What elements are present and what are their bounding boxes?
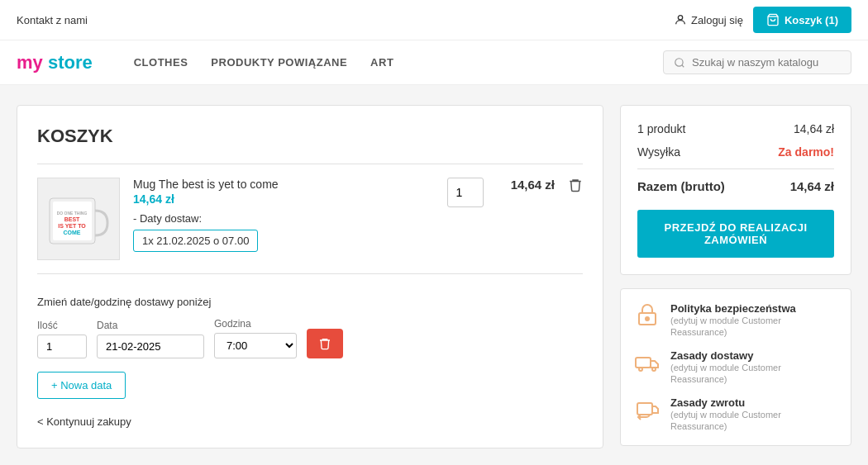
total-label: Razem (brutto) (637, 179, 725, 193)
contact-link[interactable]: Kontakt z nami (17, 14, 88, 26)
logo-store: store (43, 52, 93, 73)
change-date-section: Zmień date/godzinę dostawy poniżej Ilość… (37, 287, 583, 399)
summary-section: 1 produkt 14,64 zł Wysyłka Za darmo! Raz… (620, 105, 851, 448)
item-quantity-group (447, 178, 484, 207)
mug-svg: DO ONE THING BEST IS YET TO COME (41, 182, 116, 256)
nav-links: CLOTHES PRODUKTY POWIĄZANE ART (134, 56, 638, 69)
person-icon (674, 13, 687, 26)
svg-text:BEST: BEST (64, 216, 80, 222)
svg-rect-12 (636, 358, 651, 368)
main-content: KOSZYK DO ONE THING BEST IS YET TO COME … (0, 85, 868, 465)
nav-art[interactable]: ART (370, 56, 393, 69)
return-text: Zasady zwrotu (edytuj w module Customer … (670, 396, 837, 432)
date-form: Ilość Data Godzina 7:00 8:00 9:00 10:00 … (37, 318, 583, 358)
svg-point-13 (639, 368, 642, 371)
item-name: Mug The best is yet to come (133, 178, 434, 191)
svg-point-11 (646, 317, 649, 320)
reassurance-security: Polityka bezpieczeństwa (edytuj w module… (634, 302, 837, 338)
product-count-label: 1 produkt (637, 122, 685, 135)
shipping-value: Za darmo! (778, 145, 834, 159)
svg-rect-15 (637, 403, 652, 415)
delivery-icon (634, 349, 661, 376)
quantity-input[interactable] (447, 178, 484, 207)
logo[interactable]: my store (17, 52, 93, 74)
item-price: 14,64 zł (133, 192, 434, 206)
date-group: Data (97, 320, 204, 358)
product-count-price: 14,64 zł (794, 122, 834, 135)
return-sub: (edytuj w module Customer Reassurance) (670, 410, 781, 431)
security-title: Polityka bezpieczeństwa (670, 302, 796, 315)
security-icon (634, 302, 661, 329)
search-icon (674, 57, 685, 69)
date-label: Data (97, 320, 204, 331)
continue-shopping-link[interactable]: < Kontynuuj zakupy (37, 415, 583, 428)
nav-bar: my store CLOTHES PRODUKTY POWIĄZANE ART (0, 40, 868, 85)
qty-label: Ilość (37, 320, 87, 331)
change-date-title: Zmień date/godzinę dostawy poniżej (37, 296, 583, 308)
date-qty-input[interactable] (37, 335, 87, 358)
logo-my: my (17, 52, 43, 73)
item-total: 14,64 zł (497, 178, 555, 192)
top-bar-right: Zaloguj się Koszyk (1) (674, 7, 851, 33)
delivery-text: Zasady dostawy (edytuj w module Customer… (670, 349, 837, 385)
svg-text:IS YET TO: IS YET TO (58, 223, 86, 229)
shipping-label: Wysyłka (637, 145, 680, 159)
search-bar[interactable] (663, 50, 851, 74)
nav-related[interactable]: PRODUKTY POWIĄZANE (211, 56, 347, 69)
return-icon (634, 396, 661, 423)
delivery-title: Zasady dostawy (670, 349, 753, 362)
svg-line-3 (682, 64, 684, 67)
security-text: Polityka bezpieczeństwa (edytuj w module… (670, 302, 837, 338)
delete-item-button[interactable] (568, 178, 583, 197)
svg-point-0 (678, 16, 682, 20)
reassurance-delivery: Zasady dostawy (edytuj w module Customer… (634, 349, 837, 385)
login-link[interactable]: Zaloguj się (674, 13, 743, 26)
security-sub: (edytuj w module Customer Reassurance) (670, 316, 781, 337)
total-value: 14,64 zł (790, 179, 834, 193)
cart-section: KOSZYK DO ONE THING BEST IS YET TO COME … (17, 105, 603, 448)
login-label: Zaloguj się (691, 14, 743, 26)
delete-date-button[interactable] (307, 329, 343, 358)
time-select[interactable]: 7:00 8:00 9:00 10:00 11:00 12:00 (214, 333, 297, 358)
product-count-row: 1 produkt 14,64 zł (637, 122, 834, 135)
svg-text:COME: COME (64, 230, 81, 235)
time-label: Godzina (214, 318, 297, 330)
search-input[interactable] (692, 56, 841, 69)
cart-divider (37, 164, 583, 164)
nav-clothes[interactable]: CLOTHES (134, 56, 188, 69)
svg-text:DO ONE THING: DO ONE THING (57, 211, 88, 216)
product-image: DO ONE THING BEST IS YET TO COME (37, 178, 120, 260)
reassurance-box: Polityka bezpieczeństwa (edytuj w module… (620, 288, 851, 446)
top-bar: Kontakt z nami Zaloguj się Koszyk (1) (0, 0, 868, 40)
add-date-button[interactable]: + Nowa data (37, 372, 126, 399)
cart-icon (766, 13, 780, 26)
cart-label: Koszyk (1) (785, 14, 838, 26)
date-input[interactable] (97, 335, 204, 358)
total-row: Razem (brutto) 14,64 zł (637, 168, 834, 193)
trash-icon (568, 178, 583, 192)
svg-point-2 (675, 58, 683, 65)
delivery-sub: (edytuj w module Customer Reassurance) (670, 363, 781, 384)
delivery-date-box: 1x 21.02.2025 o 07.00 (133, 230, 258, 252)
cart-item: DO ONE THING BEST IS YET TO COME Mug The… (37, 178, 583, 260)
cart-divider-2 (37, 273, 583, 274)
summary-box: 1 produkt 14,64 zł Wysyłka Za darmo! Raz… (620, 105, 851, 275)
return-title: Zasady zwrotu (670, 396, 745, 409)
cart-button[interactable]: Koszyk (1) (753, 7, 851, 33)
time-group: Godzina 7:00 8:00 9:00 10:00 11:00 12:00 (214, 318, 297, 358)
item-details: Mug The best is yet to come 14,64 zł - D… (133, 178, 434, 252)
cart-title: KOSZYK (37, 126, 583, 147)
svg-point-14 (652, 368, 656, 371)
reassurance-return: Zasady zwrotu (edytuj w module Customer … (634, 396, 837, 432)
trash-date-icon (318, 337, 331, 350)
shipping-row: Wysyłka Za darmo! (637, 145, 834, 159)
checkout-button[interactable]: PRZEJDŹ DO REALIZACJI ZAMÓWIEŃ (637, 210, 834, 258)
item-delivery-label: - Daty dostaw: (133, 212, 434, 225)
qty-group: Ilość (37, 320, 87, 358)
